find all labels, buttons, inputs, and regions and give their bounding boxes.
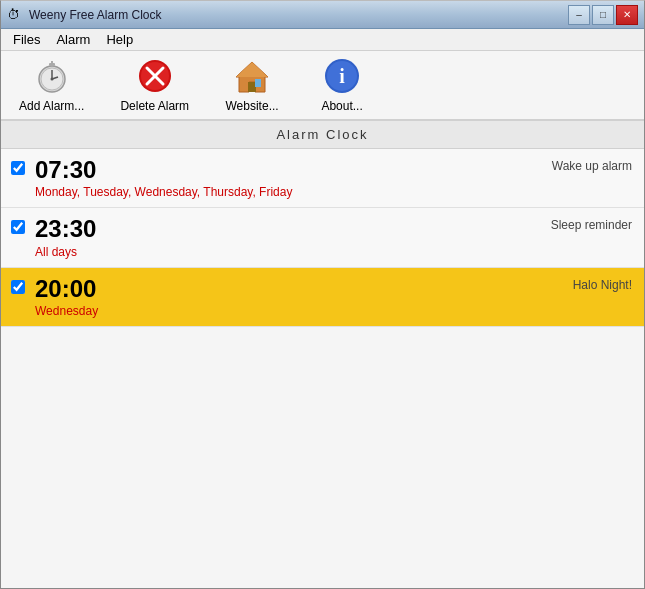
menu-alarm[interactable]: Alarm <box>48 30 98 49</box>
title-bar: ⏱ Weeny Free Alarm Clock – □ ✕ <box>1 1 644 29</box>
menu-bar: Files Alarm Help <box>1 29 644 51</box>
section-header: Alarm Clock <box>1 121 644 149</box>
alarm-checkbox-3[interactable] <box>11 280 25 294</box>
alarm-name-1: Wake up alarm <box>552 159 632 173</box>
minimize-button[interactable]: – <box>568 5 590 25</box>
house-svg <box>233 57 271 95</box>
add-alarm-button[interactable]: Add Alarm... <box>11 53 92 117</box>
alarm-info-2: 23:30 All days <box>35 216 632 258</box>
website-button[interactable]: Website... <box>217 53 287 117</box>
alarm-list: 07:30 Monday, Tuesday, Wednesday, Thursd… <box>1 149 644 588</box>
svg-text:i: i <box>339 65 345 87</box>
add-alarm-icon <box>33 57 71 95</box>
alarm-name-3: Halo Night! <box>573 278 632 292</box>
alarm-time-3: 20:00 <box>35 276 632 302</box>
app-icon: ⏱ <box>7 7 23 23</box>
alarm-name-2: Sleep reminder <box>551 218 632 232</box>
alarm-checkbox-2[interactable] <box>11 220 25 234</box>
about-button[interactable]: i About... <box>307 53 377 117</box>
window-title: Weeny Free Alarm Clock <box>29 8 162 22</box>
svg-rect-14 <box>255 79 261 87</box>
delete-alarm-icon <box>136 57 174 95</box>
svg-point-6 <box>50 78 53 81</box>
delete-alarm-button[interactable]: Delete Alarm <box>112 53 197 117</box>
maximize-button[interactable]: □ <box>592 5 614 25</box>
about-icon: i <box>323 57 361 95</box>
website-icon <box>233 57 271 95</box>
alarm-time-1: 07:30 <box>35 157 632 183</box>
menu-help[interactable]: Help <box>98 30 141 49</box>
svg-rect-13 <box>248 82 256 92</box>
alarm-row-1[interactable]: 07:30 Monday, Tuesday, Wednesday, Thursd… <box>1 149 644 208</box>
main-window: ⏱ Weeny Free Alarm Clock – □ ✕ Files Ala… <box>0 0 645 589</box>
add-alarm-label: Add Alarm... <box>19 99 84 113</box>
website-label: Website... <box>226 99 279 113</box>
about-label: About... <box>321 99 362 113</box>
title-buttons: – □ ✕ <box>568 5 638 25</box>
stopwatch-svg <box>33 57 71 95</box>
alarm-row-3[interactable]: 20:00 Wednesday Halo Night! <box>1 268 644 327</box>
svg-rect-5 <box>51 61 53 65</box>
alarm-days-3: Wednesday <box>35 304 632 318</box>
alarm-checkbox-1[interactable] <box>11 161 25 175</box>
delete-alarm-label: Delete Alarm <box>120 99 189 113</box>
svg-marker-12 <box>236 62 268 77</box>
delete-svg <box>136 57 174 95</box>
title-bar-left: ⏱ Weeny Free Alarm Clock <box>7 7 162 23</box>
alarm-days-1: Monday, Tuesday, Wednesday, Thursday, Fr… <box>35 185 632 199</box>
info-svg: i <box>323 57 361 95</box>
alarm-days-2: All days <box>35 245 632 259</box>
alarm-info-1: 07:30 Monday, Tuesday, Wednesday, Thursd… <box>35 157 632 199</box>
menu-files[interactable]: Files <box>5 30 48 49</box>
alarm-row-2[interactable]: 23:30 All days Sleep reminder <box>1 208 644 267</box>
toolbar: Add Alarm... Delete Alarm <box>1 51 644 121</box>
close-button[interactable]: ✕ <box>616 5 638 25</box>
alarm-time-2: 23:30 <box>35 216 632 242</box>
alarm-info-3: 20:00 Wednesday <box>35 276 632 318</box>
